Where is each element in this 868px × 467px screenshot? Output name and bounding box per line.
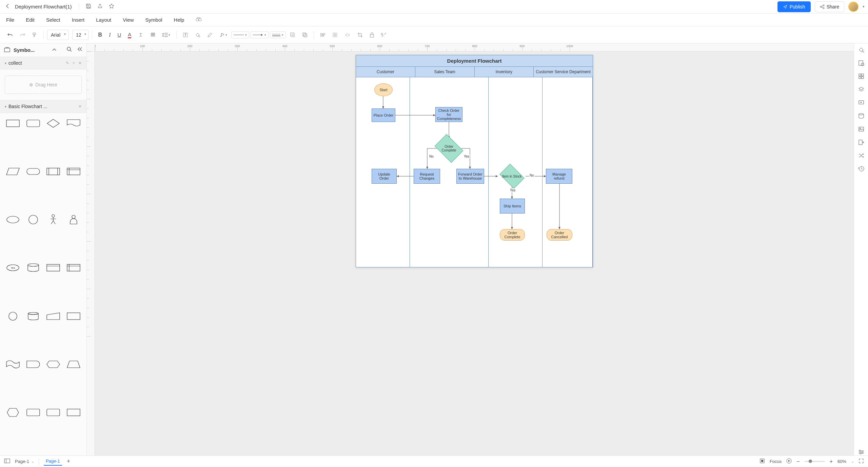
shape-preparation[interactable] xyxy=(45,358,62,371)
data-icon[interactable] xyxy=(858,113,864,120)
swim-col-service[interactable]: Customer Service Department xyxy=(534,67,593,77)
page-settings-icon[interactable] xyxy=(858,60,864,67)
shape-capsule[interactable] xyxy=(24,165,42,178)
node-start[interactable]: Start xyxy=(374,83,393,96)
add-section-icon[interactable]: + xyxy=(73,61,75,65)
shape-yes-badge[interactable]: Yes xyxy=(4,261,22,274)
node-forward-order[interactable]: Forward Order to Warehouse xyxy=(456,169,484,184)
history-icon[interactable] xyxy=(858,166,864,173)
swim-col-customer[interactable]: Customer xyxy=(356,67,415,77)
section-flowchart[interactable]: ▾ Basic Flowchart ... ✕ xyxy=(0,100,86,113)
menu-layout[interactable]: Layout xyxy=(96,17,111,23)
menu-view[interactable]: View xyxy=(123,17,134,23)
shape-person[interactable] xyxy=(65,213,82,226)
shape-predefined[interactable] xyxy=(45,165,62,178)
tools-icon[interactable] xyxy=(378,30,389,40)
italic-icon[interactable]: I xyxy=(106,30,113,40)
shape-rounded-rect[interactable] xyxy=(24,117,42,130)
share-button[interactable]: Share xyxy=(815,1,844,12)
zoom-level[interactable]: 60% xyxy=(837,459,846,464)
swim-col-sales[interactable]: Sales Team xyxy=(415,67,475,77)
library-icon[interactable] xyxy=(4,47,10,53)
underline-icon[interactable]: U xyxy=(115,30,124,40)
shape-tape[interactable] xyxy=(4,358,22,371)
shape-diamond[interactable] xyxy=(45,117,62,130)
font-family-select[interactable]: Arial xyxy=(47,30,69,40)
menu-help[interactable]: Help xyxy=(174,17,184,23)
shape-internal-storage[interactable] xyxy=(65,165,82,178)
align-left-icon[interactable] xyxy=(317,30,328,40)
zoom-in-icon[interactable]: + xyxy=(830,459,833,465)
arrow-style-select[interactable]: ▾ xyxy=(251,32,269,38)
node-place-order[interactable]: Place Order xyxy=(372,108,395,122)
user-avatar[interactable] xyxy=(848,2,859,12)
distribute-icon[interactable] xyxy=(342,30,353,40)
node-order-complete-end[interactable]: Order Complete xyxy=(500,229,525,241)
menu-symbol[interactable]: Symbol xyxy=(145,17,162,23)
fit-icon[interactable] xyxy=(760,458,765,465)
menu-insert[interactable]: Insert xyxy=(72,17,85,23)
shape-cylinder[interactable] xyxy=(24,310,42,323)
font-size-select[interactable]: 12 xyxy=(72,30,88,40)
text-highlight-icon[interactable] xyxy=(135,30,146,40)
search-icon[interactable] xyxy=(67,47,72,53)
menu-file[interactable]: File xyxy=(6,17,14,23)
page-tab[interactable]: Page-1 xyxy=(44,457,62,466)
save-icon[interactable] xyxy=(86,3,91,10)
shape-offpage[interactable] xyxy=(4,406,22,419)
shape-delay[interactable] xyxy=(24,358,42,371)
node-manage-refund[interactable]: Manage refund xyxy=(546,169,572,184)
focus-label[interactable]: Focus xyxy=(770,459,782,464)
fill-icon[interactable] xyxy=(192,30,203,40)
menu-edit[interactable]: Edit xyxy=(26,17,35,23)
copy-style-icon[interactable] xyxy=(299,30,310,40)
user-menu-caret[interactable]: ▾ xyxy=(863,4,865,9)
line-spacing-icon[interactable]: ▾ xyxy=(160,30,173,40)
export-icon[interactable] xyxy=(97,3,103,10)
shadow-icon[interactable] xyxy=(287,30,298,40)
export-bottom-icon[interactable] xyxy=(858,139,864,146)
line-weight-select[interactable]: ▾ xyxy=(270,32,286,38)
shape-merge[interactable] xyxy=(24,406,42,419)
shape-document[interactable] xyxy=(65,117,82,130)
swimlane-title[interactable]: Deployment Flowchart xyxy=(356,55,593,67)
shape-card[interactable] xyxy=(45,261,62,274)
shuffle-icon[interactable] xyxy=(858,153,864,160)
connector-type-icon[interactable]: ▾ xyxy=(217,30,230,40)
shape-actor[interactable] xyxy=(45,213,62,226)
format-painter-icon[interactable] xyxy=(29,30,40,40)
drag-here-zone[interactable]: ⊕ Drag Here xyxy=(5,76,82,94)
add-page-icon[interactable]: + xyxy=(67,458,71,465)
node-request-changes[interactable]: Request Changes xyxy=(414,169,440,184)
publish-button[interactable]: Publish xyxy=(777,1,811,12)
shape-manual-input[interactable] xyxy=(45,310,62,323)
page-dropdown[interactable]: Page-1 ⌄ xyxy=(15,459,34,464)
shape-barrel[interactable] xyxy=(45,406,62,419)
collapse-left-icon[interactable] xyxy=(77,47,82,53)
back-button[interactable] xyxy=(3,2,12,12)
image-icon[interactable] xyxy=(858,126,864,133)
shape-circle[interactable] xyxy=(24,213,42,226)
presentation-icon[interactable] xyxy=(858,100,864,107)
node-order-complete-decision[interactable]: Order Complete xyxy=(433,137,465,160)
line-style-select[interactable]: ▾ xyxy=(231,32,249,38)
star-icon[interactable] xyxy=(109,3,114,10)
shape-trapezoid[interactable] xyxy=(65,358,82,371)
shape-rectangle[interactable] xyxy=(4,117,22,130)
collapse-up-icon[interactable] xyxy=(52,47,57,53)
text-color-icon[interactable]: A xyxy=(125,29,134,40)
theme-icon[interactable] xyxy=(858,47,864,54)
close-flowchart-section-icon[interactable]: ✕ xyxy=(78,104,82,109)
lock-icon[interactable] xyxy=(367,30,377,40)
undo-icon[interactable] xyxy=(5,30,16,40)
node-item-in-stock[interactable]: Item in Stock xyxy=(496,165,528,188)
play-icon[interactable] xyxy=(786,458,792,465)
canvas[interactable]: 01002003004005006007008009001000 Deploym… xyxy=(87,43,854,455)
node-order-cancelled[interactable]: Order Cancelled xyxy=(547,229,572,241)
shape-display[interactable] xyxy=(65,310,82,323)
grid-icon[interactable] xyxy=(858,73,864,80)
zoom-slider[interactable] xyxy=(805,461,825,462)
layers-icon[interactable] xyxy=(858,86,864,94)
page[interactable]: Deployment Flowchart Customer Sales Team… xyxy=(356,55,593,267)
bold-icon[interactable]: B xyxy=(96,30,105,40)
